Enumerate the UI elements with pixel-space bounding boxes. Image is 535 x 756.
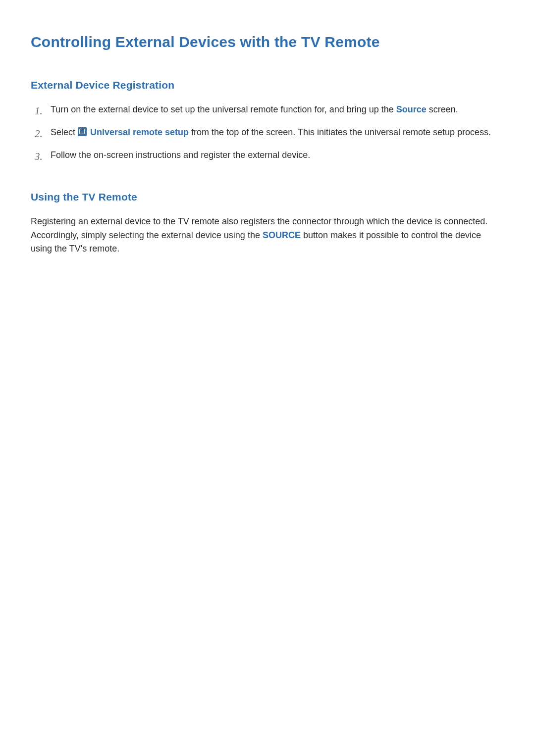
link-source: Source bbox=[396, 104, 427, 114]
step-text: screen. bbox=[427, 104, 458, 114]
section-heading-registration: External Device Registration bbox=[31, 79, 504, 91]
step-text: Turn on the external device to set up th… bbox=[51, 104, 396, 114]
step-text: Select bbox=[51, 127, 78, 137]
step-text: Follow the on-screen instructions and re… bbox=[51, 150, 310, 160]
page-title: Controlling External Devices with the TV… bbox=[31, 34, 504, 50]
link-source-button: SOURCE bbox=[263, 230, 301, 240]
link-universal-remote-setup: Universal remote setup bbox=[88, 127, 189, 137]
section-heading-using-remote: Using the TV Remote bbox=[31, 191, 504, 203]
using-remote-paragraph: Registering an external device to the TV… bbox=[31, 215, 504, 256]
list-item: Select Universal remote setup from the t… bbox=[35, 126, 504, 140]
step-text: from the top of the screen. This initiat… bbox=[189, 127, 491, 137]
registration-steps: Turn on the external device to set up th… bbox=[35, 103, 504, 162]
list-item: Turn on the external device to set up th… bbox=[35, 103, 504, 117]
list-item: Follow the on-screen instructions and re… bbox=[35, 149, 504, 162]
remote-setup-icon bbox=[78, 127, 87, 136]
